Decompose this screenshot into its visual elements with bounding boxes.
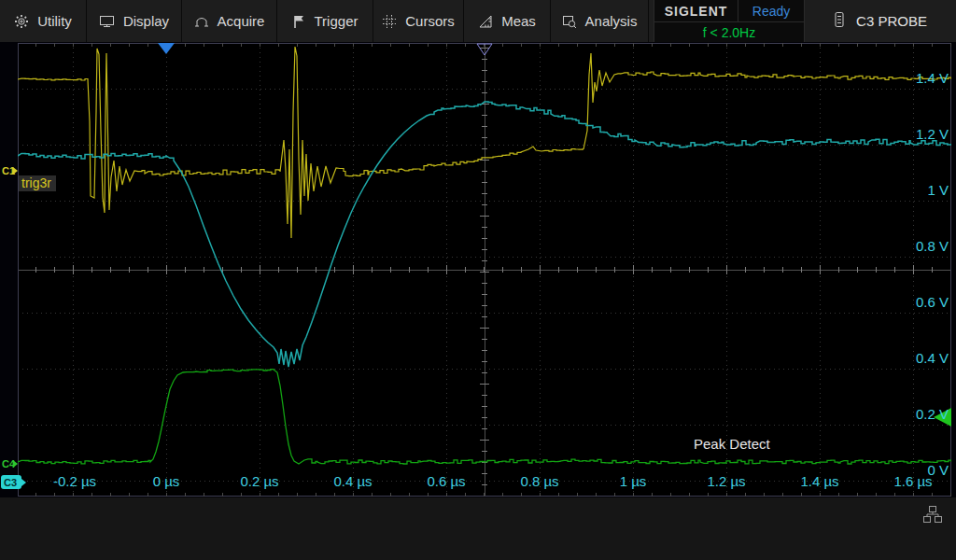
trigger-frequency-readout: f < 2.0Hz bbox=[654, 22, 804, 42]
menu-analysis[interactable]: Analysis bbox=[551, 0, 649, 42]
probe-label: C3 PROBE bbox=[856, 13, 927, 29]
grid-dots-icon bbox=[382, 14, 397, 29]
time-label: 1.6 µs bbox=[893, 473, 932, 489]
magnifier-chart-icon bbox=[562, 14, 577, 29]
monitor-icon bbox=[99, 14, 115, 29]
c3-offset-marker-label: C3 bbox=[4, 477, 17, 488]
menu-label: Trigger bbox=[315, 13, 358, 29]
flag-icon bbox=[292, 14, 306, 29]
acquire-mode-indicator: Peak Detect bbox=[694, 436, 770, 452]
menu-cursors[interactable]: Cursors bbox=[373, 0, 464, 42]
time-label: 0.4 µs bbox=[333, 473, 372, 489]
time-label: -0.2 µs bbox=[53, 473, 96, 489]
menu-acquire[interactable]: Acquire bbox=[182, 0, 277, 42]
status-panel: SIGLENT Ready f < 2.0Hz bbox=[654, 0, 805, 42]
menu-label: Display bbox=[123, 13, 169, 29]
menu-trigger[interactable]: Trigger bbox=[277, 0, 373, 42]
c1-offset-marker[interactable]: C1 bbox=[2, 165, 15, 176]
menu-label: Cursors bbox=[405, 13, 455, 29]
menu-meas[interactable]: Meas bbox=[464, 0, 551, 42]
probe-icon bbox=[834, 11, 845, 31]
volt-label: 0.6 V bbox=[916, 294, 949, 310]
time-label: 0.6 µs bbox=[427, 473, 465, 489]
menu-label: Acquire bbox=[218, 13, 265, 29]
gear-icon bbox=[14, 14, 29, 29]
volt-label: 1 V bbox=[927, 182, 949, 198]
time-label: 0.2 µs bbox=[240, 473, 278, 489]
time-label: 1 µs bbox=[620, 473, 647, 489]
volt-label: 0.8 V bbox=[916, 238, 949, 254]
volt-label: 0.2 V bbox=[916, 406, 949, 422]
volt-label: 1.2 V bbox=[916, 126, 949, 142]
ruler-icon bbox=[478, 14, 493, 29]
time-label: 1.4 µs bbox=[800, 473, 838, 489]
menu-display[interactable]: Display bbox=[87, 0, 182, 42]
volt-label: 1.4 V bbox=[916, 70, 949, 86]
network-icon[interactable] bbox=[922, 505, 943, 527]
arch-icon bbox=[194, 14, 209, 29]
channel-user-label[interactable]: trig3r bbox=[19, 175, 56, 191]
menu-label: Meas bbox=[501, 13, 536, 29]
menu-utility[interactable]: Utility bbox=[0, 0, 87, 42]
acquisition-status: Ready bbox=[738, 0, 804, 21]
time-label: 1.2 µs bbox=[707, 473, 745, 489]
volt-label: 0.4 V bbox=[916, 350, 949, 366]
menu-label: Analysis bbox=[585, 13, 638, 29]
time-label: 0 µs bbox=[153, 473, 180, 489]
siglent-logo: SIGLENT bbox=[654, 0, 738, 21]
menu-label: Utility bbox=[37, 13, 72, 29]
bottom-bar bbox=[0, 497, 956, 560]
time-label: 0.8 µs bbox=[520, 473, 558, 489]
oscilloscope-screen: { "menubar": { "items": [ {"icon": "gear… bbox=[0, 0, 956, 560]
probe-status[interactable]: C3 PROBE bbox=[805, 0, 956, 42]
